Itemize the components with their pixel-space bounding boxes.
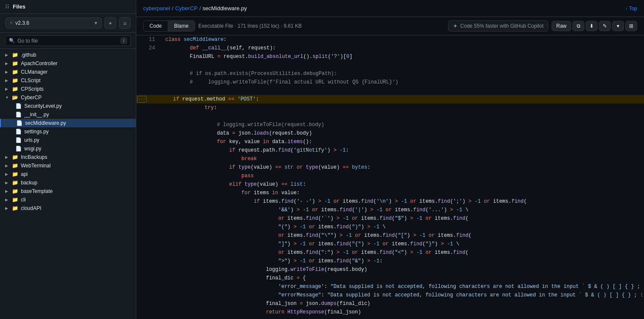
more-button[interactable]: ▾ (612, 21, 624, 31)
sidebyside-button[interactable]: ⊞ (625, 21, 637, 31)
folder-icon: 📁 (12, 205, 18, 211)
code-line-pass: pass (136, 172, 644, 180)
code-area[interactable]: 11 class secMiddleware: 24 def __call__(… (136, 35, 644, 319)
main-content: cyberpanel / CyberCP / secMiddleware.py … (136, 0, 644, 319)
file-name: secMiddleware.py (25, 120, 66, 126)
folder-icon: 📁 (12, 197, 18, 203)
sidebar-item-cloudapi[interactable]: ▶ 📁 cloudAPI (0, 204, 136, 213)
sidebar-item-backup[interactable]: ▶ 📁 backup (0, 178, 136, 187)
code-line-for-items: for items in value: (136, 189, 644, 197)
code-line-final-dic: final_dic = { (136, 274, 644, 282)
folder-name: api (21, 171, 28, 177)
fold-button[interactable]: ··· (137, 96, 147, 103)
folder-icon: 📁 (12, 163, 18, 169)
tab-code[interactable]: Code (144, 21, 168, 31)
sidebar-item-clscript[interactable]: ▶ 📁 CLScript (0, 76, 136, 85)
chevron-right-icon: ▶ (5, 206, 9, 210)
chevron-right-icon: ▶ (5, 198, 9, 202)
copilot-text: Code 55% faster with GitHub Copilot (460, 23, 543, 29)
search-input-bar[interactable]: 🔍 Go to file t (5, 35, 131, 46)
code-line-24: 24 def __call__(self, request): (136, 44, 644, 52)
add-file-button[interactable]: ＋ (104, 17, 116, 29)
sidebar-item-securitylevel[interactable]: 📄 SecurityLevel.py (0, 102, 136, 110)
folder-name: CLScript (21, 78, 40, 83)
sidebar-item-apachcontroller[interactable]: ▶ 📁 ApachController (0, 59, 136, 68)
sidebar-item-incbackups[interactable]: ▶ 📁 IncBackups (0, 153, 136, 161)
sidebar-item-wsgi[interactable]: 📄 wsgi.py (0, 144, 136, 153)
breadcrumb-sep1: / (172, 5, 174, 11)
search-files-button[interactable]: ⌕ (119, 17, 131, 29)
sidebar-toggle-icon[interactable]: ☷ (5, 4, 9, 9)
breadcrumb-file: secMiddleware.py (203, 5, 247, 11)
sidebar-item-init[interactable]: 📄 __init__.py (0, 110, 136, 119)
tab-buttons: Code Blame (143, 20, 195, 32)
folder-name: IncBackups (21, 154, 47, 160)
folder-icon: 📁 (12, 171, 18, 177)
sidebar-item-cybercp[interactable]: ▼ 📂 CyberCP (0, 93, 136, 102)
code-line-for: for key, value in data.items(): (136, 138, 644, 146)
folder-name: cli (21, 197, 26, 203)
sidebar-item-urls[interactable]: 📄 urls.py (0, 136, 136, 144)
search-kbd: t (121, 37, 127, 44)
file-icon: 📄 (15, 129, 22, 135)
folder-name: baseTemplate (21, 188, 53, 194)
file-name: urls.py (24, 137, 39, 143)
sidebar-item-github[interactable]: ▶ 📁 .github (0, 51, 136, 59)
edit-button[interactable]: ✎ (599, 21, 611, 31)
sidebar-item-cli[interactable]: ▶ 📁 cli (0, 195, 136, 204)
code-line-error-msg1: 'error_message': "Data supplied is not a… (136, 282, 644, 291)
code-line-finalurl: FinalURL = request.build_absolute_url().… (136, 52, 644, 61)
code-line-if-items7: or items.find(":") > -1 or items.find("<… (136, 248, 644, 257)
sidebar-item-webterminal[interactable]: ▶ 📁 WebTerminal (0, 161, 136, 170)
code-line-comment1: # if os.path.exists(ProcessUtilities.deb… (136, 69, 644, 78)
breadcrumb-org[interactable]: CyberCP (175, 5, 198, 11)
code-line-error-msg2: "errorMessage": "Data supplied is not ac… (136, 291, 644, 299)
folder-icon: 📁 (12, 78, 18, 83)
toolbar-actions: Raw ⧉ ⬇ ✎ ▾ ⊞ (552, 21, 637, 31)
folder-icon: 📁 (12, 60, 18, 66)
chevron-right-icon: ▶ (5, 172, 9, 176)
folder-name: CPScripts (21, 86, 43, 92)
raw-button[interactable]: Raw (552, 21, 571, 31)
file-name: settings.py (24, 129, 49, 135)
code-line-if-str: if type(value) == str or type(value) == … (136, 163, 644, 172)
sidebar-item-api[interactable]: ▶ 📁 api (0, 170, 136, 178)
file-icon: 📄 (15, 137, 22, 143)
chevron-right-icon: ▶ (5, 78, 9, 83)
copilot-badge[interactable]: ✦ Code 55% faster with GitHub Copilot (448, 20, 548, 32)
code-line-if-post: ··· if request.method == 'POST': (136, 95, 644, 103)
chevron-right-icon: ▶ (5, 181, 9, 185)
code-line-if-items6: "]") > -1 or items.find("{") > -1 or ite… (136, 240, 644, 248)
download-button[interactable]: ⬇ (586, 21, 598, 31)
sidebar-item-clmanager[interactable]: ▶ 📁 CLManager (0, 68, 136, 76)
code-line-return: return HttpResponse(final_json) (136, 308, 644, 316)
sidebar-item-basetemplate[interactable]: ▶ 📁 baseTemplate (0, 187, 136, 195)
code-line-final-json: final_json = json.dumps(final_dic) (136, 299, 644, 308)
code-line-if-git: if request.path.find('gitNotify') > -1: (136, 146, 644, 155)
topbar: cyberpanel / CyberCP / secMiddleware.py … (136, 0, 644, 17)
sidebar-item-settings[interactable]: 📄 settings.py (0, 127, 136, 136)
code-line-if-items3: or items.find('`') > -1 or items.find("$… (136, 214, 644, 223)
top-link[interactable]: ↑ Top (625, 6, 637, 11)
tab-blame[interactable]: Blame (168, 21, 195, 31)
code-line-if-items8: ">") > -1 or items.find("&") > -1: (136, 257, 644, 265)
sidebar-title: Files (13, 3, 26, 10)
folder-name: .github (21, 52, 36, 58)
search-placeholder: Go to file (17, 38, 118, 44)
code-line-if-items2: '&&') > -1 or items.find('|') > -1 or it… (136, 206, 644, 214)
code-line-comment2: # logging.writeToFile(f'Final actual URL… (136, 78, 644, 86)
branch-selector[interactable]: ⑂ v2.3.6 ▾ (5, 17, 102, 29)
code-line-11: 11 class secMiddleware: (136, 35, 644, 44)
folder-name: backup (21, 180, 37, 186)
folder-icon: 📁 (12, 188, 18, 194)
chevron-right-icon: ▶ (5, 164, 9, 168)
file-name: SecurityLevel.py (24, 103, 62, 109)
sidebar-item-secmiddleware[interactable]: 📄 secMiddleware.py (0, 119, 136, 127)
chevron-right-icon: ▶ (5, 70, 9, 74)
breadcrumb-repo[interactable]: cyberpanel (143, 5, 170, 11)
sidebar-item-cpscripts[interactable]: ▶ 📁 CPScripts (0, 85, 136, 93)
copy-raw-button[interactable]: ⧉ (572, 21, 584, 31)
chevron-right-icon: ▶ (5, 189, 9, 193)
branch-chevron-icon: ▾ (95, 20, 97, 26)
folder-open-icon: 📂 (12, 95, 18, 101)
